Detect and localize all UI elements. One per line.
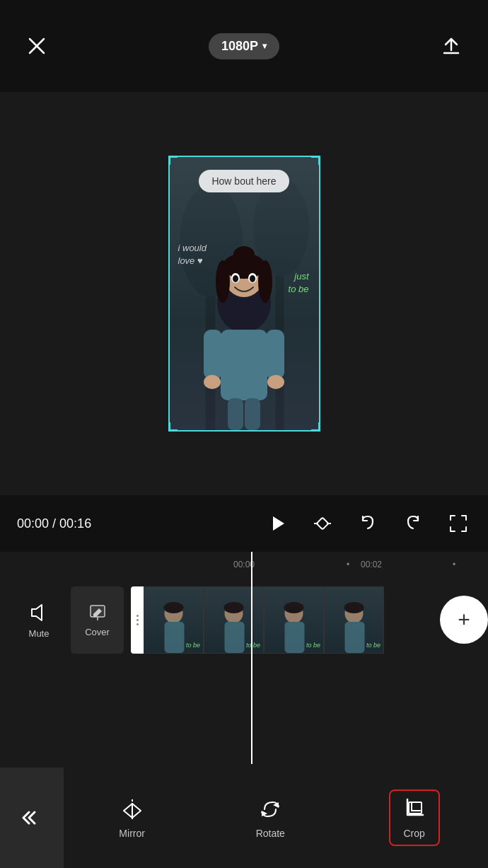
crop-handle-tr[interactable] bbox=[311, 156, 320, 165]
svg-rect-23 bbox=[228, 398, 243, 430]
crop-handle-br[interactable] bbox=[311, 422, 320, 431]
strip-left-handle[interactable] bbox=[131, 586, 144, 654]
strip-frame: to be bbox=[264, 586, 324, 654]
character-area bbox=[170, 218, 319, 430]
svg-point-42 bbox=[344, 602, 364, 613]
character-svg bbox=[191, 232, 297, 430]
play-icon bbox=[266, 512, 289, 535]
cover-button[interactable]: Cover bbox=[71, 586, 124, 654]
svg-rect-20 bbox=[266, 330, 284, 379]
svg-rect-37 bbox=[224, 622, 244, 653]
frame-mini-text: to be bbox=[246, 642, 260, 649]
timeline-ruler: 00:00 • 00:02 • bbox=[0, 552, 488, 577]
bottom-toolbar: Mirror Rotate C bbox=[0, 768, 488, 868]
add-icon: + bbox=[458, 609, 470, 630]
preview-area: How bout here i wouldlove ♥ justto be bbox=[0, 92, 488, 495]
play-button[interactable] bbox=[265, 511, 290, 536]
strip-frame: to be bbox=[144, 586, 204, 654]
frame-mini-text: to be bbox=[306, 642, 320, 649]
strip-handle-dots bbox=[136, 615, 139, 625]
back-chevron-icon bbox=[21, 806, 43, 829]
svg-point-12 bbox=[258, 260, 272, 303]
svg-rect-19 bbox=[204, 330, 222, 379]
undo-icon bbox=[357, 513, 378, 534]
crop-icon bbox=[402, 797, 427, 822]
toolbar-item-mirror[interactable]: Mirror bbox=[112, 797, 152, 839]
upload-button[interactable] bbox=[436, 30, 467, 62]
crop-handle-tl[interactable] bbox=[169, 156, 178, 165]
toolbar-back-button[interactable] bbox=[0, 768, 64, 868]
playback-controls-right bbox=[265, 511, 471, 536]
svg-point-36 bbox=[223, 602, 243, 613]
crop-handle-bl[interactable] bbox=[169, 422, 178, 431]
redo-icon bbox=[402, 513, 424, 534]
svg-point-39 bbox=[284, 602, 303, 613]
keyframe-button[interactable] bbox=[310, 511, 335, 536]
mute-button[interactable]: Mute bbox=[14, 601, 64, 639]
video-frame[interactable]: How bout here i wouldlove ♥ justto be bbox=[168, 156, 320, 432]
svg-rect-34 bbox=[164, 622, 184, 653]
svg-rect-18 bbox=[221, 330, 267, 400]
cover-label: Cover bbox=[85, 627, 110, 637]
svg-rect-24 bbox=[245, 398, 260, 430]
svg-point-22 bbox=[267, 375, 284, 389]
upload-icon bbox=[440, 35, 463, 57]
svg-point-16 bbox=[233, 275, 238, 282]
ruler-dot-2: • bbox=[453, 560, 455, 569]
playback-controls: 00:00 / 00:16 bbox=[0, 495, 488, 552]
total-time: 00:16 bbox=[59, 516, 91, 531]
svg-rect-40 bbox=[284, 622, 304, 653]
svg-marker-45 bbox=[124, 804, 132, 818]
keyframe-icon bbox=[311, 512, 334, 535]
svg-marker-25 bbox=[273, 516, 284, 531]
add-clip-button[interactable]: + bbox=[440, 596, 488, 644]
header: 1080P ▾ bbox=[0, 0, 488, 92]
rotate-icon bbox=[257, 797, 283, 822]
toolbar-item-rotate[interactable]: Rotate bbox=[249, 797, 292, 839]
fullscreen-icon bbox=[448, 513, 469, 534]
timeline-content: Mute Cover bbox=[0, 577, 488, 662]
speech-bubble-text: How bout here bbox=[211, 175, 276, 187]
close-button[interactable] bbox=[21, 30, 52, 62]
mute-label: Mute bbox=[29, 628, 50, 639]
cover-edit-icon bbox=[88, 603, 108, 623]
ruler-dot-1: • bbox=[347, 560, 349, 569]
timeline-area: 00:00 • 00:02 • Mute Cover bbox=[0, 552, 488, 764]
mute-icon bbox=[28, 601, 50, 624]
speech-bubble: How bout here bbox=[199, 170, 289, 192]
frame-mini-text: to be bbox=[186, 642, 200, 649]
toolbar-items: Mirror Rotate C bbox=[64, 768, 488, 868]
undo-button[interactable] bbox=[355, 511, 380, 536]
svg-rect-26 bbox=[317, 518, 329, 530]
svg-marker-29 bbox=[32, 605, 42, 620]
chevron-down-icon: ▾ bbox=[262, 41, 267, 51]
toolbar-item-crop[interactable]: Crop bbox=[389, 789, 440, 846]
svg-point-11 bbox=[216, 260, 230, 303]
svg-marker-46 bbox=[132, 804, 141, 818]
playhead bbox=[251, 552, 252, 764]
current-time: 00:00 bbox=[17, 516, 49, 531]
svg-rect-49 bbox=[409, 802, 422, 814]
svg-point-33 bbox=[163, 602, 183, 613]
strip-frames: to be to be bbox=[144, 586, 429, 654]
ruler-mark-1: 00:02 bbox=[361, 560, 382, 569]
crop-label: Crop bbox=[403, 828, 424, 839]
close-icon bbox=[27, 36, 47, 56]
svg-rect-43 bbox=[344, 622, 364, 653]
svg-point-17 bbox=[250, 275, 255, 282]
frame-mini-text: to be bbox=[366, 642, 380, 649]
svg-point-13 bbox=[233, 246, 255, 263]
rotate-label: Rotate bbox=[256, 828, 285, 839]
redo-button[interactable] bbox=[400, 511, 426, 536]
time-separator: / bbox=[52, 516, 56, 531]
resolution-label: 1080P bbox=[221, 39, 258, 54]
mirror-icon bbox=[120, 797, 145, 822]
svg-point-21 bbox=[204, 375, 221, 389]
time-display: 00:00 / 00:16 bbox=[17, 516, 91, 531]
mirror-label: Mirror bbox=[119, 828, 145, 839]
resolution-button[interactable]: 1080P ▾ bbox=[209, 33, 279, 59]
fullscreen-button[interactable] bbox=[446, 511, 471, 536]
strip-frame: to be bbox=[324, 586, 384, 654]
video-content: How bout here i wouldlove ♥ justto be bbox=[170, 157, 319, 430]
timeline-strip[interactable]: to be to be bbox=[131, 586, 429, 654]
